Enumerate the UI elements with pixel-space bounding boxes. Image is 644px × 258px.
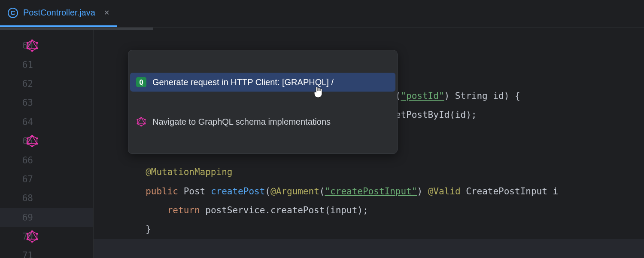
gutter-row[interactable]: 61 — [0, 55, 93, 74]
gutter-row[interactable]: 71 — [0, 246, 93, 258]
gutter-row[interactable]: 63 — [0, 93, 93, 112]
http-client-icon: Q — [136, 77, 146, 87]
code-area[interactable]: @QueryMapping ment("postId") String id) … — [94, 30, 644, 258]
editor: 606162636465666768697071 @QueryMapping m… — [0, 30, 644, 258]
line-number: 71 — [22, 250, 33, 258]
gutter-row[interactable]: 70 — [0, 227, 93, 246]
popup-item-navigate-schema[interactable]: Navigate to GraphQL schema implementatio… — [130, 112, 395, 131]
line-number: 68 — [22, 193, 33, 203]
graphql-gutter-icon[interactable] — [26, 135, 39, 147]
gutter-row[interactable]: 69 — [0, 208, 93, 227]
gutter: 606162636465666768697071 — [0, 30, 94, 258]
popup-item-label: Navigate to GraphQL schema implementatio… — [152, 117, 331, 127]
code-line[interactable]: } — [94, 220, 644, 239]
line-number: 62 — [22, 79, 33, 89]
graphql-icon — [136, 117, 146, 127]
mouse-cursor-icon — [269, 71, 324, 116]
gutter-row[interactable]: 68 — [0, 189, 93, 208]
code-line[interactable]: return postService.createPost(input); — [94, 201, 644, 220]
gutter-row[interactable]: 65 — [0, 132, 93, 150]
line-number: 67 — [22, 174, 33, 184]
graphql-gutter-icon[interactable] — [26, 39, 39, 52]
line-number: 64 — [22, 117, 33, 127]
close-tab-icon[interactable]: ✕ — [104, 9, 109, 17]
graphql-gutter-icon[interactable] — [26, 230, 39, 243]
intention-popup: Q Generate request in HTTP Client: [GRAP… — [128, 50, 398, 154]
popup-item-generate-request[interactable]: Q Generate request in HTTP Client: [GRAP… — [130, 73, 395, 92]
line-number: 66 — [22, 155, 33, 166]
tab-postcontroller[interactable]: C PostController.java ✕ — [0, 0, 117, 27]
tab-title: PostController.java — [23, 8, 95, 18]
line-number: 63 — [22, 98, 33, 108]
gutter-row[interactable]: 62 — [0, 74, 93, 93]
gutter-row[interactable]: 60 — [0, 36, 93, 55]
java-class-icon: C — [8, 8, 18, 18]
line-number: 69 — [22, 212, 33, 223]
gutter-row[interactable]: 67 — [0, 170, 93, 189]
tab-bar: C PostController.java ✕ — [0, 0, 644, 28]
code-line[interactable]: @MutationMapping — [94, 163, 644, 181]
gutter-row[interactable]: 66 — [0, 150, 93, 169]
code-line[interactable] — [94, 239, 644, 258]
gutter-row[interactable]: 64 — [0, 113, 93, 132]
line-number: 61 — [22, 60, 33, 70]
code-line[interactable]: public Post createPost(@Argument("create… — [94, 181, 644, 200]
